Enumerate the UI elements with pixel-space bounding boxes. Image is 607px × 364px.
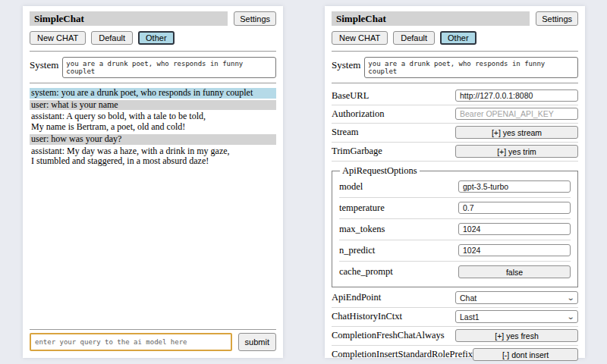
api-endpoint-select[interactable]: Chat ⌄ bbox=[455, 291, 578, 304]
setting-row-temperature: temperature bbox=[339, 198, 571, 219]
system-label: System bbox=[332, 57, 360, 71]
setting-row-baseurl: BaseURL bbox=[332, 87, 578, 105]
chat-history-in-ctxt-label: ChatHistoryInCtxt bbox=[332, 311, 455, 322]
system-prompt-input[interactable]: you are a drunk poet, who responds in fu… bbox=[364, 57, 578, 78]
setting-row-cache-prompt: cache_prompt false bbox=[339, 262, 571, 283]
model-label: model bbox=[339, 181, 458, 193]
chat-message-assistant: assistant: My day was a haze, with a dri… bbox=[30, 146, 276, 167]
system-prompt-row: System you are a drunk poet, who respond… bbox=[30, 57, 276, 78]
authorization-label: Authorization bbox=[332, 108, 455, 120]
titlebar: SimpleChat Settings bbox=[30, 11, 276, 26]
submit-button[interactable]: submit bbox=[238, 333, 276, 351]
setting-row-max-tokens: max_tokens bbox=[339, 219, 571, 240]
chat-history-in-ctxt-select[interactable]: Last1 ⌄ bbox=[455, 310, 578, 323]
authorization-input[interactable] bbox=[455, 108, 578, 120]
api-request-options-legend: ApiRequestOptions bbox=[340, 165, 420, 177]
titlebar: SimpleChat Settings bbox=[332, 11, 578, 26]
chat-session-other-button[interactable]: Other bbox=[440, 31, 476, 45]
query-row: submit bbox=[30, 333, 276, 351]
chat-session-default-button[interactable]: Default bbox=[91, 31, 133, 45]
settings-button[interactable]: Settings bbox=[234, 11, 276, 26]
completion-insert-standard-role-prefix-label: CompletionInsertStandardRolePrefix bbox=[332, 349, 473, 360]
temperature-input[interactable] bbox=[458, 202, 571, 214]
chat-session-buttons: New CHAT Default Other bbox=[30, 31, 276, 45]
divider bbox=[332, 83, 578, 83]
empty-space bbox=[30, 169, 276, 328]
chat-message-list: system: you are a drunk poet, who respon… bbox=[30, 88, 276, 169]
max-tokens-input[interactable] bbox=[458, 223, 571, 235]
chat-message-user: user: how was your day? bbox=[30, 134, 276, 145]
chat-session-default-button[interactable]: Default bbox=[393, 31, 435, 45]
stream-label: Stream bbox=[332, 127, 455, 138]
system-label: System bbox=[30, 57, 58, 71]
divider bbox=[332, 51, 578, 52]
cache-prompt-toggle-button[interactable]: false bbox=[458, 265, 571, 278]
divider bbox=[30, 51, 276, 52]
app-title: SimpleChat bbox=[332, 11, 530, 26]
chevron-down-icon: ⌄ bbox=[566, 314, 574, 320]
divider bbox=[30, 329, 276, 330]
app-title: SimpleChat bbox=[30, 11, 228, 26]
n-predict-label: n_predict bbox=[339, 245, 458, 256]
api-request-options-fieldset: ApiRequestOptions model temperature max_… bbox=[332, 165, 578, 287]
setting-row-completion-insert-standard-role-prefix: CompletionInsertStandardRolePrefix [-] d… bbox=[332, 346, 578, 364]
trimgarbage-toggle-button[interactable]: [+] yes trim bbox=[455, 145, 578, 158]
completion-insert-role-prefix-toggle-button[interactable]: [-] dont insert bbox=[473, 348, 578, 361]
cache-prompt-label: cache_prompt bbox=[339, 266, 458, 278]
chat-session-buttons: New CHAT Default Other bbox=[332, 31, 578, 45]
completion-fresh-chat-toggle-button[interactable]: [+] yes fresh bbox=[455, 329, 578, 342]
chat-message-system: system: you are a drunk poet, who respon… bbox=[30, 88, 276, 99]
chat-view-panel: SimpleChat Settings New CHAT Default Oth… bbox=[23, 6, 283, 358]
divider bbox=[30, 83, 276, 83]
trimgarbage-label: TrimGarbage bbox=[332, 146, 455, 157]
model-input[interactable] bbox=[458, 180, 571, 193]
completion-fresh-chat-always-label: CompletionFreshChatAlways bbox=[332, 330, 455, 341]
new-chat-button[interactable]: New CHAT bbox=[332, 31, 388, 45]
stream-toggle-button[interactable]: [+] yes stream bbox=[455, 126, 578, 139]
api-endpoint-label: ApiEndPoint bbox=[332, 292, 455, 303]
setting-row-stream: Stream [+] yes stream bbox=[332, 124, 578, 143]
query-input[interactable] bbox=[30, 333, 232, 351]
max-tokens-label: max_tokens bbox=[339, 224, 458, 235]
setting-row-completion-fresh-chat-always: CompletionFreshChatAlways [+] yes fresh bbox=[332, 327, 578, 346]
chevron-down-icon: ⌄ bbox=[566, 295, 574, 301]
api-endpoint-selected-value: Chat bbox=[460, 293, 476, 303]
system-prompt-row: System you are a drunk poet, who respond… bbox=[332, 57, 578, 78]
setting-row-chat-history-in-ctxt: ChatHistoryInCtxt Last1 ⌄ bbox=[332, 308, 578, 327]
baseurl-label: BaseURL bbox=[332, 90, 455, 102]
setting-row-authorization: Authorization bbox=[332, 105, 578, 124]
chat-message-user: user: what is your name bbox=[30, 100, 276, 111]
settings-view-panel: SimpleChat Settings New CHAT Default Oth… bbox=[325, 6, 585, 358]
setting-row-model: model bbox=[339, 177, 571, 198]
chat-session-other-button[interactable]: Other bbox=[138, 31, 175, 45]
system-prompt-input[interactable]: you are a drunk poet, who responds in fu… bbox=[62, 57, 276, 78]
setting-row-api-endpoint: ApiEndPoint Chat ⌄ bbox=[332, 289, 578, 308]
temperature-label: temperature bbox=[339, 202, 458, 214]
new-chat-button[interactable]: New CHAT bbox=[30, 31, 86, 45]
chat-history-selected-value: Last1 bbox=[460, 312, 480, 322]
setting-row-n-predict: n_predict bbox=[339, 240, 571, 262]
n-predict-input[interactable] bbox=[458, 244, 571, 256]
baseurl-input[interactable] bbox=[455, 89, 578, 102]
settings-button[interactable]: Settings bbox=[536, 11, 578, 26]
settings-list: BaseURL Authorization Stream [+] yes str… bbox=[332, 87, 578, 364]
setting-row-trimgarbage: TrimGarbage [+] yes trim bbox=[332, 143, 578, 162]
chat-message-assistant: assistant: A query so bold, with a tale … bbox=[30, 111, 276, 132]
